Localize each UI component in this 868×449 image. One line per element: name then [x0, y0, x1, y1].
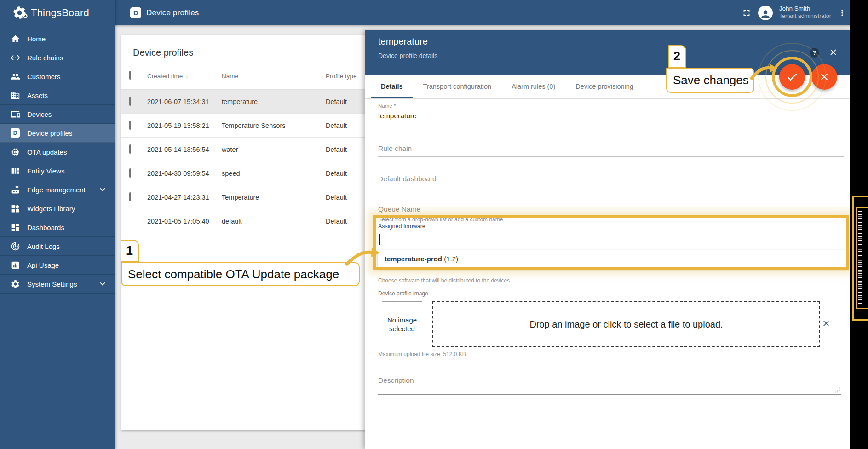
edge-management-icon	[11, 185, 20, 195]
sidebar-item-label: OTA updates	[27, 148, 67, 156]
sidebar: ThingsBoard Home Rule chains Customers A…	[0, 0, 115, 449]
annotation-arrow-right-icon	[345, 246, 382, 266]
annotation-step2-label: Save changes	[666, 68, 754, 93]
max-upload-hint: Maximum upload file size: 512.0 KB	[378, 351, 466, 357]
select-all-checkbox[interactable]	[129, 71, 131, 80]
close-icon[interactable]	[828, 47, 838, 57]
user-name: John Smith	[779, 5, 831, 13]
sidebar-item-label: Device profiles	[27, 129, 72, 137]
name-field-underline	[378, 127, 844, 127]
column-name[interactable]: Name	[222, 73, 238, 80]
text-cursor	[379, 234, 380, 245]
image-dropzone[interactable]: Drop an image or click to select a file …	[432, 301, 820, 347]
name-field-value[interactable]: temperature	[378, 112, 417, 120]
api-usage-icon	[11, 260, 20, 270]
cancel-button[interactable]	[811, 64, 837, 90]
cell-name: default	[222, 218, 242, 225]
cell-created-time: 2021-05-14 13:56:54	[147, 146, 209, 153]
cell-name: speed	[222, 170, 240, 177]
sidebar-item-home[interactable]: Home	[0, 29, 115, 48]
assigned-firmware-label: Assigned firmware	[378, 223, 425, 230]
cell-profile-type: Default	[326, 122, 347, 129]
cell-created-time: 2021-06-07 15:34:31	[147, 98, 209, 105]
cell-profile-type: Default	[326, 98, 347, 105]
right-edge-strip	[850, 0, 868, 449]
cell-name: water	[222, 146, 238, 153]
device-profile-details-panel: temperature Device profile details ? Det…	[365, 30, 851, 449]
tab-alarm-rules-0-[interactable]: Alarm rules (0)	[501, 75, 565, 98]
tab-device-provisioning[interactable]: Device provisioning	[565, 75, 644, 98]
description-underline	[378, 394, 841, 395]
sidebar-item-ota-updates[interactable]: OTA updates	[0, 143, 115, 161]
annotation-step1-label: Select compatible OTA Update package	[121, 262, 360, 286]
queue-name-field[interactable]: Queue Name	[378, 205, 420, 213]
sidebar-item-label: Widgets Library	[27, 205, 75, 213]
sidebar-item-audit-logs[interactable]: Audit Logs	[0, 237, 115, 256]
cell-profile-type: Default	[326, 194, 347, 201]
sidebar-item-devices[interactable]: Devices	[0, 105, 115, 124]
sort-desc-icon: ↓	[185, 73, 189, 80]
annotation-step2-number: 2	[668, 45, 686, 68]
sidebar-item-dashboards[interactable]: Dashboards	[0, 218, 115, 237]
panel-subtitle: Device profile details	[378, 52, 437, 59]
sidebar-item-label: Api Usage	[27, 261, 59, 269]
tab-details[interactable]: Details	[371, 75, 413, 98]
row-checkbox[interactable]	[129, 144, 131, 154]
fullscreen-icon[interactable]	[742, 8, 752, 18]
rule-chain-underline	[378, 156, 844, 157]
sidebar-item-label: Devices	[27, 110, 52, 118]
sidebar-item-edge-management[interactable]: Edge management	[0, 180, 115, 199]
name-field-label: Name *	[378, 103, 396, 109]
firmware-option[interactable]: temperature-prod (1.2)	[378, 250, 848, 267]
annotation-step1-number: 1	[121, 240, 139, 262]
firmware-input-underline[interactable]	[378, 247, 847, 247]
sidebar-item-rule-chains[interactable]: Rule chains	[0, 48, 115, 67]
sidebar-item-assets[interactable]: Assets	[0, 86, 115, 105]
sidebar-item-label: Entity Views	[27, 167, 64, 175]
sidebar-item-device-profiles[interactable]: D Device profiles	[0, 124, 115, 143]
column-created-time[interactable]: Created time↓	[147, 73, 189, 80]
audit-logs-icon	[11, 242, 20, 251]
row-checkbox[interactable]	[129, 192, 131, 201]
save-button[interactable]	[779, 64, 805, 90]
sidebar-item-label: Dashboards	[27, 224, 64, 231]
cell-profile-type: Default	[326, 218, 347, 225]
tab-transport-configuration[interactable]: Transport configuration	[413, 75, 502, 98]
resize-handle-icon[interactable]	[835, 387, 840, 393]
cell-profile-type: Default	[326, 170, 347, 177]
column-profile-type[interactable]: Profile type	[326, 73, 357, 80]
sidebar-item-widgets-library[interactable]: Widgets Library	[0, 199, 115, 218]
sidebar-nav: Home Rule chains Customers Assets Device…	[0, 29, 115, 294]
ota-updates-icon	[11, 147, 20, 157]
clear-image-icon[interactable]	[822, 319, 831, 328]
system-settings-icon	[11, 279, 20, 289]
sidebar-item-system-settings[interactable]: System Settings	[0, 275, 115, 294]
sidebar-item-label: Edge management	[27, 186, 86, 194]
brand-name: ThingsBoard	[31, 7, 89, 19]
row-checkbox[interactable]	[129, 97, 131, 106]
device-profiles-icon: D	[11, 128, 20, 138]
row-checkbox[interactable]	[129, 168, 131, 178]
page-title: D Device profiles	[130, 0, 199, 25]
user-info: John Smith Tenant administrator	[779, 5, 831, 20]
sidebar-item-entity-views[interactable]: Entity Views	[0, 161, 115, 180]
device-profile-icon: D	[130, 7, 141, 18]
description-field[interactable]: Description	[378, 376, 414, 385]
panel-title: temperature	[378, 36, 428, 47]
help-icon[interactable]: ?	[810, 48, 819, 58]
cell-created-time: 2021-01-05 17:05:40	[147, 218, 209, 225]
cell-created-time: 2021-04-30 09:59:54	[147, 170, 209, 177]
customers-icon	[11, 72, 20, 81]
avatar[interactable]	[758, 6, 773, 20]
rule-chain-field[interactable]: Rule chain	[378, 144, 412, 153]
row-checkbox[interactable]	[129, 121, 131, 130]
kebab-menu-icon[interactable]	[838, 8, 847, 17]
default-dashboard-field[interactable]: Default dashboard	[378, 175, 437, 183]
top-toolbar: D Device profiles	[0, 0, 851, 25]
sidebar-item-customers[interactable]: Customers	[0, 67, 115, 86]
sidebar-item-api-usage[interactable]: Api Usage	[0, 256, 115, 275]
sidebar-item-label: Customers	[27, 73, 61, 81]
brand-logo[interactable]: ThingsBoard	[0, 0, 115, 25]
assets-icon	[11, 91, 20, 100]
software-underline	[378, 275, 844, 275]
